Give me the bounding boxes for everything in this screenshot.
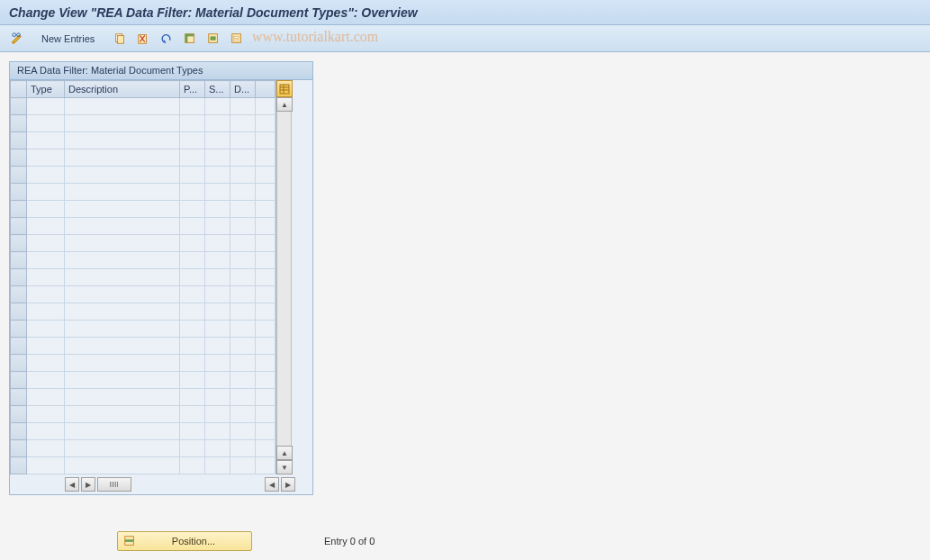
cell[interactable] [65, 423, 180, 440]
cell[interactable] [205, 372, 230, 389]
cell[interactable] [256, 184, 275, 201]
cell[interactable] [27, 149, 65, 167]
row-selector[interactable] [11, 372, 27, 389]
position-button[interactable]: Position... [117, 531, 252, 551]
cell[interactable] [180, 252, 205, 269]
cell[interactable] [205, 457, 230, 474]
cell[interactable] [205, 303, 230, 321]
row-selector[interactable] [11, 149, 27, 167]
cell[interactable] [205, 115, 230, 132]
cell[interactable] [256, 372, 275, 389]
copy-as-button[interactable] [110, 30, 130, 48]
cell[interactable] [27, 338, 65, 355]
toggle-change-button[interactable] [7, 30, 28, 48]
cell[interactable] [256, 252, 275, 269]
cell[interactable] [256, 98, 275, 115]
col-header-description[interactable]: Description [65, 81, 180, 98]
undo-button[interactable] [157, 30, 176, 48]
cell[interactable] [65, 389, 180, 406]
cell[interactable] [27, 303, 65, 321]
cell[interactable] [205, 286, 230, 303]
cell[interactable] [180, 218, 205, 235]
cell[interactable] [27, 321, 65, 338]
cell[interactable] [180, 149, 205, 167]
cell[interactable] [230, 457, 256, 474]
cell[interactable] [27, 457, 65, 474]
cell[interactable] [65, 218, 180, 235]
cell[interactable] [230, 372, 256, 389]
cell[interactable] [27, 201, 65, 218]
cell[interactable] [256, 440, 275, 457]
scroll-right2-button[interactable]: ▶ [281, 477, 295, 492]
cell[interactable] [65, 457, 180, 474]
cell[interactable] [180, 303, 205, 321]
row-selector[interactable] [11, 218, 27, 235]
row-selector[interactable] [11, 338, 27, 355]
scroll-left-button[interactable]: ◀ [65, 477, 79, 492]
cell[interactable] [27, 218, 65, 235]
cell[interactable] [256, 338, 275, 355]
cell[interactable] [230, 98, 256, 115]
cell[interactable] [180, 98, 205, 115]
cell[interactable] [65, 98, 180, 115]
cell[interactable] [205, 149, 230, 167]
cell[interactable] [205, 252, 230, 269]
cell[interactable] [230, 235, 256, 252]
hscroll-thumb[interactable] [97, 477, 131, 492]
row-selector[interactable] [11, 235, 27, 252]
cell[interactable] [256, 423, 275, 440]
hscroll-track[interactable] [132, 477, 264, 492]
cell[interactable] [65, 184, 180, 201]
row-selector[interactable] [11, 355, 27, 372]
cell[interactable] [205, 269, 230, 286]
cell[interactable] [230, 167, 256, 184]
cell[interactable] [230, 269, 256, 286]
cell[interactable] [180, 355, 205, 372]
cell[interactable] [180, 372, 205, 389]
row-selector[interactable] [11, 423, 27, 440]
row-selector[interactable] [11, 184, 27, 201]
cell[interactable] [27, 98, 65, 115]
col-header-s[interactable]: S... [205, 81, 230, 98]
cell[interactable] [180, 115, 205, 132]
cell[interactable] [65, 235, 180, 252]
cell[interactable] [230, 321, 256, 338]
cell[interactable] [230, 355, 256, 372]
cell[interactable] [27, 389, 65, 406]
cell[interactable] [256, 303, 275, 321]
cell[interactable] [27, 132, 65, 149]
cell[interactable] [27, 440, 65, 457]
cell[interactable] [230, 406, 256, 423]
cell[interactable] [180, 235, 205, 252]
row-selector[interactable] [11, 98, 27, 115]
cell[interactable] [27, 184, 65, 201]
scroll-track-vertical[interactable] [276, 112, 292, 446]
deselect-all-button[interactable] [227, 30, 247, 48]
cell[interactable] [205, 338, 230, 355]
cell[interactable] [230, 115, 256, 132]
cell[interactable] [27, 235, 65, 252]
cell[interactable] [256, 218, 275, 235]
cell[interactable] [65, 303, 180, 321]
cell[interactable] [180, 132, 205, 149]
cell[interactable] [27, 372, 65, 389]
cell[interactable] [256, 235, 275, 252]
new-entries-button[interactable]: New Entries [33, 31, 103, 47]
cell[interactable] [205, 235, 230, 252]
row-selector[interactable] [11, 389, 27, 406]
cell[interactable] [65, 132, 180, 149]
cell[interactable] [65, 406, 180, 423]
table-settings-button[interactable] [276, 80, 293, 97]
cell[interactable] [65, 286, 180, 303]
cell[interactable] [205, 98, 230, 115]
cell[interactable] [27, 286, 65, 303]
cell[interactable] [256, 269, 275, 286]
cell[interactable] [205, 389, 230, 406]
cell[interactable] [230, 252, 256, 269]
cell[interactable] [65, 372, 180, 389]
cell[interactable] [230, 440, 256, 457]
row-selector[interactable] [11, 321, 27, 338]
row-selector[interactable] [11, 457, 27, 474]
scroll-down-button[interactable]: ▼ [276, 460, 293, 474]
row-selector-header[interactable] [11, 81, 27, 98]
